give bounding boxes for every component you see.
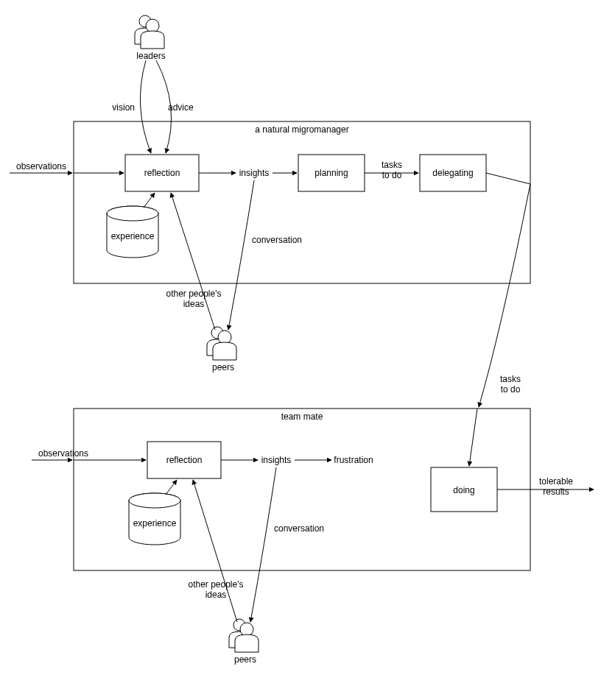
- planning-label: planning: [314, 168, 348, 178]
- experience-label-2: experience: [133, 518, 177, 528]
- reflection-label-2: reflection: [166, 455, 203, 465]
- edge-conversation-label-1: conversation: [252, 235, 302, 245]
- peers-label-1: peers: [212, 362, 234, 372]
- peers-actor-1: peers: [207, 327, 236, 372]
- experience-cylinder-1: experience: [107, 206, 158, 258]
- leaders-actor: leaders: [135, 15, 166, 61]
- container-micromanager: a natural migromanager reflection insigh…: [74, 121, 530, 283]
- leaders-label: leaders: [136, 51, 165, 61]
- edge-tasks1-l1: tasks: [382, 160, 402, 170]
- edge-tasks2-l1: tasks: [500, 374, 521, 384]
- edge-tasks1-l2: to do: [382, 170, 402, 180]
- edge-conversation-label-2: conversation: [274, 523, 324, 534]
- edge-ideas2-l2: ideas: [205, 590, 227, 600]
- edge-advice-label: advice: [168, 102, 194, 113]
- edge-tolerable-l2: results: [543, 487, 569, 497]
- container-bottom-title: team mate: [281, 411, 323, 422]
- diagram-canvas: a natural migromanager reflection insigh…: [0, 0, 601, 700]
- edge-vision-label: vision: [112, 102, 135, 113]
- peers-label-2: peers: [234, 654, 256, 665]
- doing-label: doing: [453, 485, 474, 495]
- svg-point-6: [218, 330, 231, 344]
- delegating-label: delegating: [432, 168, 473, 178]
- svg-point-9: [129, 493, 180, 508]
- svg-point-4: [146, 19, 159, 32]
- container-top-title: a natural migromanager: [255, 124, 348, 135]
- reflection-label-1: reflection: [144, 168, 180, 178]
- edge-tolerable-l1: tolerable: [539, 476, 573, 487]
- edge-observations-label-2: observations: [38, 448, 88, 459]
- experience-cylinder-2: experience: [129, 493, 180, 545]
- frustration-label: frustration: [334, 455, 373, 465]
- svg-rect-0: [74, 121, 530, 283]
- peers-actor-2: peers: [229, 619, 259, 665]
- edge-observations-label-1: observations: [16, 161, 66, 172]
- svg-point-11: [240, 623, 253, 636]
- edge-ideas2-l1: other people's: [188, 579, 243, 590]
- experience-label-1: experience: [111, 231, 155, 241]
- container-teammate: team mate reflection insights frustratio…: [74, 409, 530, 570]
- insights-label-2: insights: [261, 455, 292, 465]
- insights-label-1: insights: [239, 168, 270, 178]
- svg-point-2: [107, 206, 158, 221]
- edge-ideas1-l1: other people's: [166, 289, 221, 299]
- edge-tasks2-l2: to do: [501, 384, 521, 395]
- edge-ideas1-l2: ideas: [183, 299, 205, 309]
